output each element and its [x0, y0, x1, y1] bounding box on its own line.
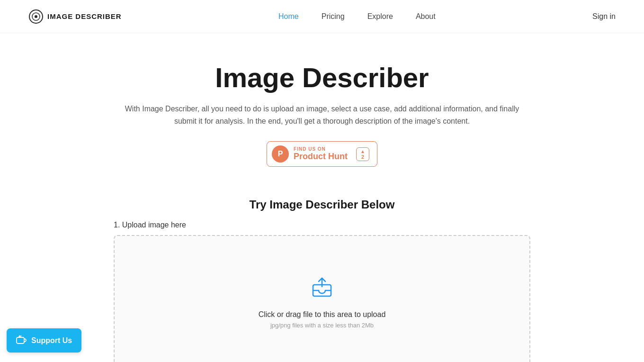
svg-rect-4 — [17, 337, 24, 344]
nav-home[interactable]: Home — [278, 12, 299, 20]
nav-pricing[interactable]: Pricing — [322, 12, 345, 20]
ph-logo-circle: P — [272, 145, 289, 163]
ph-upvote-count: 2 — [361, 154, 364, 160]
upload-main-text: Click or drag file to this area to uploa… — [259, 310, 386, 319]
support-icon — [16, 334, 27, 347]
logo-text: IMAGE DESCRIBER — [47, 12, 122, 20]
ph-arrow-icon: ▲ — [360, 149, 365, 154]
upload-dropzone[interactable]: Click or drag file to this area to uploa… — [114, 235, 530, 362]
support-button[interactable]: Support Us — [7, 328, 81, 353]
hero-section: Image Describer With Image Describer, al… — [0, 33, 644, 198]
upload-icon — [309, 274, 335, 302]
ph-find-label: FIND US ON — [294, 146, 326, 152]
hero-subtitle: With Image Describer, all you need to do… — [114, 103, 530, 127]
svg-point-2 — [35, 15, 37, 18]
ph-upvote-counter: ▲ 2 — [356, 147, 369, 161]
nav-links: Home Pricing Explore About — [278, 12, 436, 21]
logo[interactable]: IMAGE DESCRIBER — [28, 9, 122, 24]
nav-about[interactable]: About — [416, 12, 436, 20]
ph-name: Product Hunt — [294, 152, 348, 162]
ph-text-block: FIND US ON Product Hunt — [294, 146, 348, 162]
hero-title: Image Describer — [9, 62, 635, 93]
main-section: Try Image Describer Below 1. Upload imag… — [104, 198, 540, 362]
section-title: Try Image Describer Below — [114, 198, 530, 211]
step1-label: 1. Upload image here — [114, 221, 530, 229]
product-hunt-badge[interactable]: P FIND US ON Product Hunt ▲ 2 — [267, 141, 377, 167]
navbar: IMAGE DESCRIBER Home Pricing Explore Abo… — [0, 0, 644, 33]
support-label: Support Us — [31, 336, 72, 345]
upload-sub-text: jpg/png files with a size less than 2Mb — [270, 322, 374, 329]
signin-button[interactable]: Sign in — [592, 12, 616, 21]
nav-explore[interactable]: Explore — [367, 12, 393, 20]
